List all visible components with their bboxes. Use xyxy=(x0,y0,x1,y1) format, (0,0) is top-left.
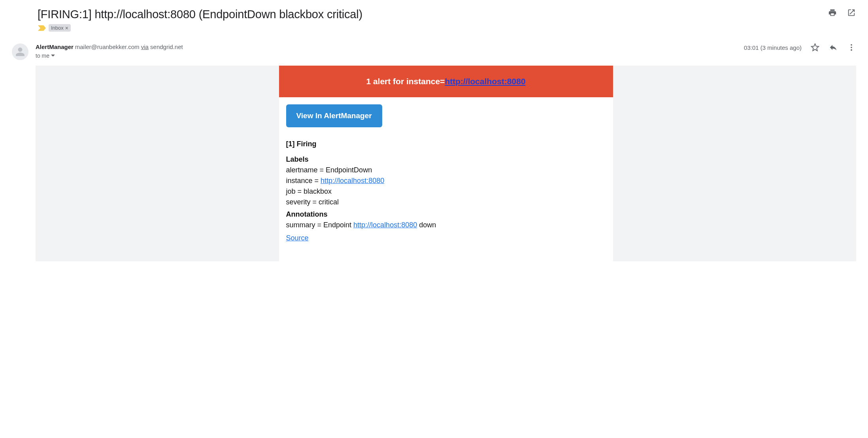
avatar xyxy=(12,43,28,60)
alert-card: 1 alert for instance=http://localhost:80… xyxy=(279,66,613,261)
view-in-alertmanager-button[interactable]: View In AlertManager xyxy=(286,104,382,127)
svg-point-2 xyxy=(851,49,852,51)
header-actions xyxy=(828,8,856,17)
close-icon[interactable]: × xyxy=(65,25,68,31)
alert-header-prefix: 1 alert for instance= xyxy=(366,77,445,86)
print-icon[interactable] xyxy=(828,8,837,17)
alert-header-link[interactable]: http://localhost:8080 xyxy=(445,77,525,86)
email-subject: [FIRING:1] http://localhost:8080 (Endpoi… xyxy=(38,8,362,21)
sender-name: AlertManager xyxy=(36,43,74,50)
label-severity: severity = critical xyxy=(286,198,606,206)
sender-email: mailer@ruanbekker.com xyxy=(75,43,140,50)
annotation-summary: summary = Endpoint http://localhost:8080… xyxy=(286,221,606,229)
summary-link[interactable]: http://localhost:8080 xyxy=(353,221,417,229)
recipient-line[interactable]: to me xyxy=(36,52,183,60)
label-job: job = blackbox xyxy=(286,187,606,196)
inbox-label-text: Inbox xyxy=(51,25,64,31)
label-alertname: alertname = EndpointDown xyxy=(286,166,606,174)
timestamp: 03:01 (3 minutes ago) xyxy=(744,44,802,51)
svg-point-1 xyxy=(851,47,852,48)
labels-heading: Labels xyxy=(286,155,606,164)
firing-heading: [1] Firing xyxy=(286,140,606,148)
svg-point-0 xyxy=(851,44,852,46)
more-vert-icon[interactable] xyxy=(847,43,856,52)
source-link[interactable]: Source xyxy=(286,234,309,242)
label-instance: instance = http://localhost:8080 xyxy=(286,177,606,185)
star-icon[interactable] xyxy=(810,43,820,52)
instance-link[interactable]: http://localhost:8080 xyxy=(321,177,384,185)
to-me-text: to me xyxy=(36,52,49,60)
via-domain: sendgrid.net xyxy=(150,43,183,50)
inbox-label-chip[interactable]: Inbox × xyxy=(49,24,71,32)
alert-header: 1 alert for instance=http://localhost:80… xyxy=(279,66,613,97)
sender-line: AlertManager mailer@ruanbekker.com via s… xyxy=(36,43,183,52)
via-word: via xyxy=(141,43,149,50)
chevron-down-icon[interactable] xyxy=(51,52,55,60)
importance-marker-icon[interactable] xyxy=(38,25,46,31)
annotations-heading: Annotations xyxy=(286,210,606,219)
open-in-new-icon[interactable] xyxy=(847,8,856,17)
reply-icon[interactable] xyxy=(828,43,838,52)
email-body: 1 alert for instance=http://localhost:80… xyxy=(36,66,856,261)
